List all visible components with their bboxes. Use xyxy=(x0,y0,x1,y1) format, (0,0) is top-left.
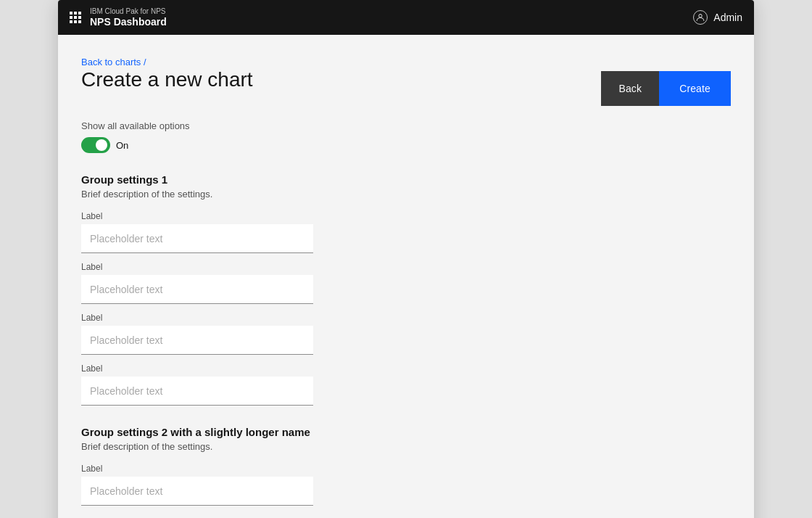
toggle-switch[interactable] xyxy=(81,137,110,153)
navbar-subbrand: IBM Cloud Pak for NPS xyxy=(90,7,167,16)
navbar-title: NPS Dashboard xyxy=(90,16,167,28)
grid-dot xyxy=(74,12,77,15)
grid-dot xyxy=(70,12,72,15)
group1-desc: Brief description of the settings. xyxy=(81,189,731,200)
page-header-row: Create a new chart Back Create xyxy=(81,68,731,106)
grid-dot xyxy=(74,16,77,19)
navbar: IBM Cloud Pak for NPS NPS Dashboard Admi… xyxy=(58,0,754,35)
main-content: Back to charts / Create a new chart Back… xyxy=(58,35,754,518)
admin-label: Admin xyxy=(713,12,742,23)
breadcrumb[interactable]: Back to charts / xyxy=(81,57,146,67)
field-input-3[interactable] xyxy=(81,326,313,355)
navbar-brand: IBM Cloud Pak for NPS NPS Dashboard xyxy=(90,7,167,28)
form-group-2: Group settings 2 with a slightly longer … xyxy=(81,426,731,506)
toggle-container: On xyxy=(81,137,731,153)
field-label-4: Label xyxy=(81,363,731,374)
svg-point-0 xyxy=(699,15,702,17)
user-svg xyxy=(695,12,705,22)
grid-dot xyxy=(70,16,72,19)
toggle-state-label: On xyxy=(116,140,128,151)
grid-dot xyxy=(78,12,81,15)
field-input-4[interactable] xyxy=(81,377,313,406)
field-input-2[interactable] xyxy=(81,275,313,304)
create-button[interactable]: Create xyxy=(659,71,731,106)
field-label-1: Label xyxy=(81,211,731,221)
field-label-3: Label xyxy=(81,313,731,323)
field-block: Label xyxy=(81,262,731,304)
group2-title: Group settings 2 with a slightly longer … xyxy=(81,426,731,438)
field-input-5[interactable] xyxy=(81,477,313,506)
app-window: IBM Cloud Pak for NPS NPS Dashboard Admi… xyxy=(58,0,754,518)
field-label-2: Label xyxy=(81,262,731,272)
back-button[interactable]: Back xyxy=(601,71,659,106)
group1-title: Group settings 1 xyxy=(81,173,731,186)
toggle-row: Show all available options On xyxy=(81,120,731,153)
grid-icon[interactable] xyxy=(70,12,81,23)
field-block: Label xyxy=(81,363,731,406)
grid-dot xyxy=(74,20,77,23)
navbar-left: IBM Cloud Pak for NPS NPS Dashboard xyxy=(70,7,167,28)
field-input-1[interactable] xyxy=(81,224,313,253)
field-block: Label xyxy=(81,211,731,253)
field-block: Label xyxy=(81,313,731,355)
page-title: Create a new chart xyxy=(81,68,253,91)
header-buttons: Back Create xyxy=(601,71,731,106)
form-group-1: Group settings 1 Brief description of th… xyxy=(81,173,731,406)
user-icon xyxy=(693,10,708,25)
toggle-description: Show all available options xyxy=(81,120,731,131)
field-label-5: Label xyxy=(81,464,731,474)
grid-dot xyxy=(78,20,81,23)
navbar-admin[interactable]: Admin xyxy=(693,10,742,25)
group2-desc: Brief description of the settings. xyxy=(81,441,731,452)
field-block: Label xyxy=(81,464,731,506)
grid-dot xyxy=(70,20,72,23)
grid-dot xyxy=(78,16,81,19)
